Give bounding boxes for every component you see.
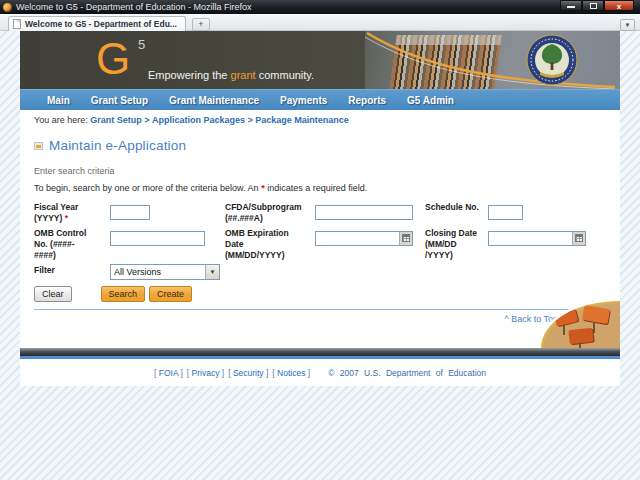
breadcrumb-grant-setup[interactable]: Grant Setup (90, 115, 142, 125)
cfda-input[interactable] (315, 205, 413, 220)
firefox-icon (3, 3, 12, 12)
bracket: ] (178, 368, 183, 378)
classroom-photo (538, 298, 620, 348)
closing-date-label-text: Closing Date (MM/DD /YYYY) (425, 228, 483, 260)
cfda-label: CFDA/Subprogram (##.###A) (225, 201, 315, 223)
copyright-text: © 2007 U.S. Department of Education (328, 368, 486, 378)
photo-detail (568, 328, 593, 344)
photo-detail (582, 305, 610, 324)
instruction-text: To begin, search by one or more of the c… (34, 183, 620, 193)
button-row: Clear Search Create (34, 286, 620, 302)
minimize-button[interactable] (560, 0, 582, 11)
fiscal-year-input[interactable] (110, 205, 150, 220)
omb-control-label-text: OMB Control No. (####-####) (34, 228, 94, 260)
nav-reports[interactable]: Reports (348, 95, 386, 106)
filter-label: Filter (34, 264, 110, 276)
omb-expiration-input[interactable] (316, 232, 399, 245)
omb-control-cell (110, 227, 225, 246)
window-title: Welcome to G5 - Department of Education … (16, 0, 251, 14)
tab-list-button[interactable]: ▼ (620, 19, 635, 31)
closing-date-input[interactable] (489, 232, 572, 245)
privacy-link[interactable]: Privacy (192, 368, 220, 378)
header-banner: G 5 Empowering the grant community. (20, 31, 620, 89)
instruction-post: indicates a required field. (265, 183, 368, 193)
maximize-icon (590, 3, 597, 9)
tagline-grant: grant (231, 69, 256, 81)
calendar-icon (575, 234, 583, 242)
bracket: ] (219, 368, 224, 378)
fiscal-year-cell (110, 201, 225, 220)
maximize-button[interactable] (582, 0, 604, 11)
minimize-icon (567, 6, 575, 8)
closing-date-field (488, 231, 586, 246)
omb-expiration-label-text: OMB Expiration Date (MM/DD/YYYY) (225, 228, 297, 260)
omb-expiration-calendar-button[interactable] (399, 232, 412, 245)
breadcrumb-prefix: You are here: (34, 115, 90, 125)
photo-detail (563, 325, 565, 335)
page-background: G 5 Empowering the grant community. Main… (0, 31, 640, 480)
closing-date-label: Closing Date (MM/DD /YYYY) (425, 227, 488, 260)
nav-grant-setup[interactable]: Grant Setup (91, 95, 148, 106)
tagline-post: community. (256, 69, 314, 81)
filter-selected-value: All Versions (111, 267, 205, 277)
footer-notices[interactable]: [ Notices ] (272, 368, 310, 378)
cfda-label-text: CFDA/Subprogram (##.###A) (225, 202, 297, 223)
search-button[interactable]: Search (101, 286, 146, 302)
bracket: ] (305, 368, 310, 378)
clear-button[interactable]: Clear (34, 286, 72, 302)
cfda-cell (315, 201, 425, 220)
page-title-row: Maintain e-Application (34, 138, 620, 153)
content-area: Maintain e-Application Enter search crit… (20, 130, 620, 348)
breadcrumb: You are here: Grant Setup > Application … (20, 110, 620, 130)
breadcrumb-separator: > (142, 115, 152, 125)
footer-foia[interactable]: [ FOIA ] (154, 368, 183, 378)
security-link[interactable]: Security (233, 368, 264, 378)
fiscal-year-required: * (65, 213, 68, 223)
tagline-pre: Empowering the (148, 69, 231, 81)
close-button[interactable]: x (604, 0, 634, 11)
breadcrumb-package-maintenance[interactable]: Package Maintenance (255, 115, 349, 125)
instruction-pre: To begin, search by one or more of the c… (34, 183, 261, 193)
chevron-down-icon: ▼ (205, 265, 219, 279)
nav-main[interactable]: Main (47, 95, 70, 106)
nav-grant-maintenance[interactable]: Grant Maintenance (169, 95, 259, 106)
notices-link[interactable]: Notices (277, 368, 305, 378)
tagline: Empowering the grant community. (148, 69, 314, 81)
foia-link[interactable]: FOIA (159, 368, 178, 378)
page-icon (13, 19, 21, 29)
omb-expiration-cell (315, 227, 425, 246)
footer-privacy[interactable]: [ Privacy ] (187, 368, 224, 378)
new-tab-button[interactable]: + (192, 18, 210, 31)
page-title: Maintain e-Application (49, 138, 186, 153)
schedule-no-cell (488, 201, 610, 220)
schedule-no-label-text: Schedule No. (425, 202, 479, 213)
photo-detail (554, 309, 578, 327)
tab-strip: Welcome to G5 - Department of Edu... + ▼ (0, 14, 640, 31)
omb-control-label: OMB Control No. (####-####) (34, 227, 110, 260)
omb-control-input[interactable] (110, 231, 205, 246)
filter-dropdown[interactable]: All Versions ▼ (110, 264, 220, 280)
application-bullet-icon (34, 142, 43, 150)
breadcrumb-separator: > (245, 115, 255, 125)
schedule-no-input[interactable] (488, 205, 523, 220)
nav-g5-admin[interactable]: G5 Admin (407, 95, 454, 106)
calendar-icon (402, 234, 410, 242)
department-of-education-seal (526, 34, 578, 86)
filter-cell: All Versions ▼ (110, 264, 225, 280)
footer-security[interactable]: [ Security ] (228, 368, 268, 378)
breadcrumb-application-packages[interactable]: Application Packages (152, 115, 245, 125)
create-button[interactable]: Create (149, 286, 192, 302)
bracket: ] (264, 368, 269, 378)
gold-swoosh (365, 31, 620, 89)
omb-expiration-date-field (315, 231, 413, 246)
g5-logo-g: G (96, 33, 130, 85)
g5-logo-5: 5 (138, 37, 145, 52)
tab-title: Welcome to G5 - Department of Edu... (25, 19, 177, 29)
photo-detail (579, 343, 581, 348)
closing-date-calendar-button[interactable] (572, 232, 585, 245)
nav-payments[interactable]: Payments (280, 95, 327, 106)
fiscal-year-label-text: Fiscal Year (YYYY) (34, 202, 78, 223)
g5-page: G 5 Empowering the grant community. Main… (20, 31, 620, 386)
fiscal-year-label: Fiscal Year (YYYY) * (34, 201, 110, 223)
browser-tab[interactable]: Welcome to G5 - Department of Edu... (8, 16, 186, 31)
